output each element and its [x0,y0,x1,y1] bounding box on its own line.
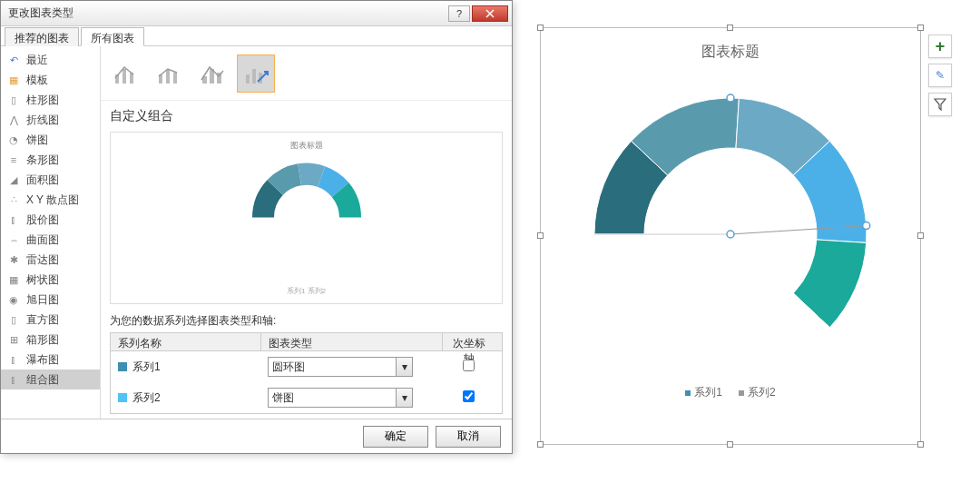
ok-button[interactable]: 确定 [363,426,428,448]
doughnut-chart-icon[interactable] [576,71,885,380]
sidebar-item-11[interactable]: ▦树状图 [1,270,100,290]
selection-handle-icon[interactable] [727,94,734,102]
sidebar-item-10[interactable]: ✱雷达图 [1,250,100,270]
chart-preview[interactable]: 图表标题 系列1 系列2 [110,132,503,304]
legend-item[interactable]: 系列2 [739,385,776,400]
combo-value: 圆环图 [272,360,305,375]
sidebar-item-12[interactable]: ◉旭日图 [1,290,100,310]
svg-rect-10 [252,69,256,84]
series-table: 系列名称 图表类型 次坐标轴 系列1 圆环图▾ 系列2 饼图▾ [110,332,503,414]
chart-type-icon: ▯ [6,312,21,327]
preview-title: 图表标题 [290,140,323,152]
combo-value: 饼图 [272,390,294,406]
series-color-swatch [118,393,127,402]
funnel-icon [934,98,946,111]
chart-object[interactable]: 图表标题 系列1系列2 [540,27,921,445]
sidebar-item-7[interactable]: ∴X Y 散点图 [1,190,100,210]
sidebar-item-label: X Y 散点图 [26,192,79,208]
chart-type-icon: ⊞ [6,332,21,347]
chart-type-icon: ◔ [6,133,21,147]
legend-swatch-icon [685,390,691,396]
sidebar-item-label: 瀑布图 [26,352,59,368]
preview-doughnut-icon [239,152,375,242]
sidebar-item-label: 树状图 [26,272,59,288]
combo-icon [199,60,226,87]
sidebar-item-label: 旭日图 [26,292,59,308]
combo-thumb-1[interactable] [106,54,144,93]
resize-handle[interactable] [537,25,544,31]
chevron-down-icon: ▾ [396,389,412,407]
resize-handle[interactable] [537,441,544,448]
sidebar-item-label: 饼图 [26,133,48,148]
chart-elements-button[interactable]: + [928,34,952,58]
sidebar-item-6[interactable]: ◢面积图 [1,170,100,190]
tab-recommended[interactable]: 推荐的图表 [5,27,79,46]
cancel-button[interactable]: 取消 [436,426,501,448]
resize-handle[interactable] [917,441,924,448]
chart-type-icon: ⫿ [6,372,21,387]
combo-thumb-3[interactable] [193,54,231,93]
combo-icon [112,60,139,87]
chart-type-icon: ⋀ [6,113,21,127]
series-prompt: 为您的数据系列选择图表类型和轴: [101,310,512,332]
svg-rect-5 [173,73,177,84]
brush-icon: ✎ [936,69,945,82]
chart-type-select[interactable]: 饼图▾ [268,388,413,408]
chart-filter-button[interactable] [928,93,952,116]
sidebar-item-9[interactable]: ⌢曲面图 [1,230,100,250]
donut-segment[interactable] [594,234,829,370]
sidebar-item-13[interactable]: ▯直方图 [1,310,100,330]
secondary-axis-checkbox[interactable] [463,390,475,402]
section-title: 自定义组合 [101,101,512,132]
series-color-swatch [118,362,127,371]
combo-thumb-2[interactable] [150,54,188,93]
sidebar-item-8[interactable]: ⫿股价图 [1,210,100,230]
chart-styles-button[interactable]: ✎ [928,64,952,87]
help-button[interactable]: ? [448,5,470,22]
main-panel: 自定义组合 图表标题 系列1 系列2 为您的数据系列选择图 [101,46,512,419]
chart-type-icon: ▦ [6,73,21,87]
combo-icon [242,60,270,87]
chart-type-icon: ◢ [6,172,21,187]
sidebar-item-14[interactable]: ⊞箱形图 [1,330,100,350]
sidebar-item-label: 雷达图 [26,252,59,268]
selection-handle-icon[interactable] [727,231,734,238]
change-chart-type-dialog: 更改图表类型 ? 推荐的图表 所有图表 ↶最近▦模板▯柱形图⋀折线图◔饼图≡条形… [0,0,513,454]
chart-legend[interactable]: 系列1系列2 [685,385,775,400]
legend-item[interactable]: 系列1 [685,385,722,400]
sidebar-item-label: 箱形图 [26,332,59,348]
chart-type-icon: ◉ [6,292,21,307]
combo-thumb-custom[interactable] [237,54,275,93]
resize-handle[interactable] [917,232,924,239]
sidebar-item-4[interactable]: ◔饼图 [1,130,100,150]
sidebar-item-2[interactable]: ▯柱形图 [1,90,100,110]
sidebar-item-label: 曲面图 [26,232,59,248]
resize-handle[interactable] [727,441,733,448]
chart-type-select[interactable]: 圆环图▾ [268,357,413,377]
chart-side-tools: + ✎ [928,27,954,116]
chart-title[interactable]: 图表标题 [701,37,760,71]
selection-handle-icon[interactable] [863,222,870,230]
sidebar-item-label: 面积图 [26,172,59,188]
sidebar-item-1[interactable]: ▦模板 [1,70,100,90]
tab-all[interactable]: 所有图表 [81,27,144,46]
chart-type-icon: ∴ [6,192,21,207]
sidebar-item-label: 模板 [26,73,48,88]
resize-handle[interactable] [537,232,544,239]
table-row: 系列2 饼图▾ [111,382,502,413]
sidebar-item-label: 最近 [26,53,48,68]
resize-handle[interactable] [917,25,924,31]
chart-type-icon: ✱ [6,252,21,267]
resize-handle[interactable] [727,25,733,31]
sidebar-item-3[interactable]: ⋀折线图 [1,110,100,130]
series-name: 系列1 [132,360,161,375]
legend-swatch-icon [739,390,744,396]
chevron-down-icon: ▾ [396,358,412,376]
secondary-axis-checkbox[interactable] [463,360,475,371]
close-button[interactable] [472,5,508,22]
sidebar-item-5[interactable]: ≡条形图 [1,150,100,170]
sidebar-item-16[interactable]: ⫿组合图 [1,370,100,389]
sidebar-item-0[interactable]: ↶最近 [1,50,100,70]
series-name: 系列2 [132,390,161,406]
sidebar-item-15[interactable]: ⫿瀑布图 [1,350,100,370]
